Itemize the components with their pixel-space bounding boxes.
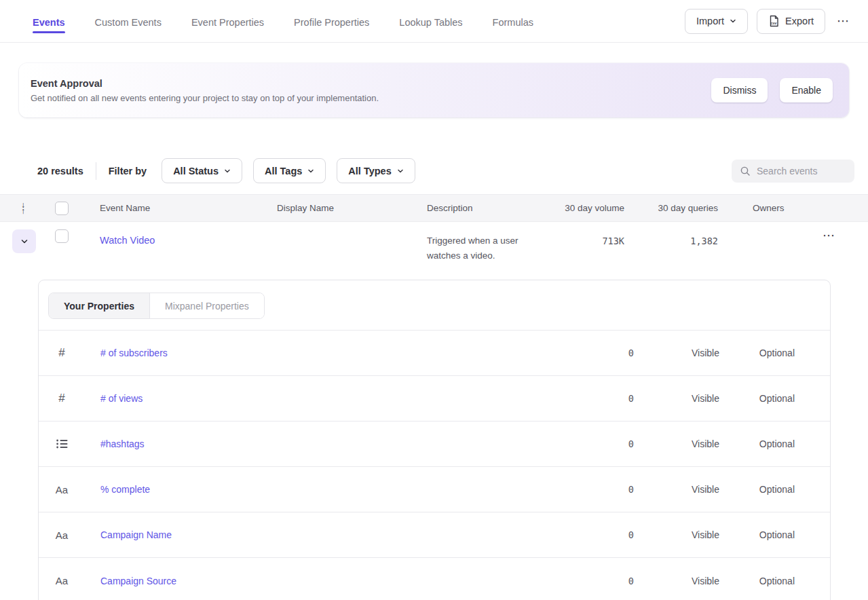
topbar-actions: Import csv Export ⋯ — [685, 9, 853, 34]
csv-file-icon: csv — [768, 15, 780, 27]
banner-description: Get notified on all new events entering … — [31, 93, 711, 103]
top-navigation-bar: Events Custom Events Event Properties Pr… — [0, 0, 868, 43]
description-cell: Triggered when a user watches a video. — [427, 229, 535, 263]
chevron-down-icon — [307, 168, 314, 174]
status-filter-dropdown[interactable]: All Status — [162, 158, 242, 183]
table-header: ↓↑ Event Name Display Name Description 3… — [0, 194, 868, 222]
event-name-link[interactable]: Watch Video — [100, 229, 155, 246]
chevron-down-icon — [730, 18, 736, 24]
property-visibility: Visible — [634, 348, 719, 358]
banner-title: Event Approval — [31, 78, 711, 89]
dismiss-button[interactable]: Dismiss — [711, 78, 768, 102]
number-type-icon: # — [50, 392, 73, 405]
overflow-menu-button[interactable]: ⋯ — [834, 14, 853, 29]
property-row: Aa % complete 0 Visible Optional — [39, 467, 830, 512]
col-30-day-volume: 30 day volume — [551, 203, 624, 213]
banner-text: Event Approval Get notified on all new e… — [31, 78, 711, 103]
property-count: 0 — [573, 348, 634, 358]
property-count: 0 — [573, 529, 634, 540]
nav-tabs: Events Custom Events Event Properties Pr… — [33, 3, 685, 40]
property-name-link[interactable]: #hashtags — [100, 438, 145, 449]
property-requirement: Optional — [719, 484, 830, 495]
enable-button[interactable]: Enable — [780, 78, 833, 102]
number-type-icon: # — [50, 346, 73, 360]
volume-cell: 713K — [551, 229, 624, 246]
search-icon — [740, 166, 751, 176]
tags-filter-dropdown[interactable]: All Tags — [253, 158, 326, 183]
property-requirement: Optional — [719, 393, 830, 404]
import-button-label: Import — [696, 16, 724, 26]
search-placeholder: Search events — [757, 166, 818, 176]
property-requirement: Optional — [719, 576, 830, 586]
col-30-day-queries: 30 day queries — [624, 203, 718, 213]
property-name-link[interactable]: Campaign Name — [100, 529, 172, 540]
property-row: # # of subscribers 0 Visible Optional — [39, 331, 830, 376]
property-row: Aa Campaign Source 0 Visible Optional — [39, 558, 830, 600]
select-all-checkbox[interactable] — [55, 202, 69, 215]
property-row: # # of views 0 Visible Optional — [39, 376, 830, 421]
property-requirement: Optional — [719, 348, 830, 358]
tags-filter-label: All Tags — [265, 166, 302, 176]
property-name-link[interactable]: # of views — [100, 393, 143, 404]
properties-tabs-section: Your Properties Mixpanel Properties — [39, 280, 830, 331]
col-owners: Owners — [718, 203, 868, 213]
property-count: 0 — [573, 576, 634, 586]
property-visibility: Visible — [634, 484, 719, 495]
tab-lookup-tables[interactable]: Lookup Tables — [399, 3, 462, 40]
import-button[interactable]: Import — [685, 9, 748, 34]
event-approval-banner: Event Approval Get notified on all new e… — [19, 63, 849, 117]
banner-section: Event Approval Get notified on all new e… — [0, 43, 868, 117]
property-name-link[interactable]: % complete — [100, 484, 150, 495]
event-properties-panel: Your Properties Mixpanel Properties # # … — [38, 280, 831, 600]
tab-profile-properties[interactable]: Profile Properties — [294, 3, 369, 40]
property-count: 0 — [573, 438, 634, 449]
divider — [96, 162, 96, 180]
property-visibility: Visible — [634, 393, 719, 404]
results-count: 20 results — [37, 166, 83, 176]
export-button[interactable]: csv Export — [757, 9, 825, 34]
types-filter-dropdown[interactable]: All Types — [337, 158, 415, 183]
collapse-row-button[interactable] — [12, 229, 36, 253]
property-visibility: Visible — [634, 576, 719, 586]
chevron-down-icon — [397, 168, 404, 174]
search-input[interactable]: Search events — [732, 160, 854, 183]
queries-cell: 1,382 — [624, 229, 718, 246]
properties-tab-group: Your Properties Mixpanel Properties — [48, 293, 265, 319]
export-button-label: Export — [785, 16, 814, 26]
chevron-down-icon — [224, 168, 231, 174]
tab-your-properties[interactable]: Your Properties — [49, 293, 150, 318]
property-row: Aa Campaign Name 0 Visible Optional — [39, 512, 830, 558]
status-filter-label: All Status — [173, 166, 219, 176]
types-filter-label: All Types — [348, 166, 391, 176]
property-visibility: Visible — [634, 438, 719, 449]
filter-toolbar: 20 results Filter by All Status All Tags… — [37, 158, 854, 183]
property-row: #hashtags 0 Visible Optional — [39, 421, 830, 467]
collapse-all-icon[interactable]: ↓↑ — [18, 202, 28, 214]
property-requirement: Optional — [719, 529, 830, 540]
text-type-icon: Aa — [50, 484, 73, 495]
row-menu-button[interactable]: ⋯ — [820, 225, 839, 246]
list-type-icon — [50, 439, 73, 449]
col-description: Description — [415, 203, 551, 213]
property-requirement: Optional — [719, 438, 830, 449]
tab-formulas[interactable]: Formulas — [493, 3, 533, 40]
col-display-name: Display Name — [265, 203, 415, 213]
property-count: 0 — [573, 484, 634, 495]
property-count: 0 — [573, 393, 634, 404]
tab-mixpanel-properties[interactable]: Mixpanel Properties — [150, 293, 264, 318]
col-event-name: Event Name — [88, 203, 265, 213]
tab-event-properties[interactable]: Event Properties — [191, 3, 264, 40]
table-row: Watch Video Triggered when a user watche… — [0, 222, 868, 271]
text-type-icon: Aa — [50, 529, 73, 541]
tab-events[interactable]: Events — [33, 3, 65, 40]
row-checkbox[interactable] — [55, 229, 69, 243]
svg-text:csv: csv — [770, 21, 777, 25]
tab-custom-events[interactable]: Custom Events — [95, 3, 162, 40]
text-type-icon: Aa — [50, 575, 73, 586]
property-name-link[interactable]: # of subscribers — [100, 348, 168, 358]
property-name-link[interactable]: Campaign Source — [100, 576, 176, 586]
filter-by-label: Filter by — [109, 166, 147, 176]
property-visibility: Visible — [634, 529, 719, 540]
